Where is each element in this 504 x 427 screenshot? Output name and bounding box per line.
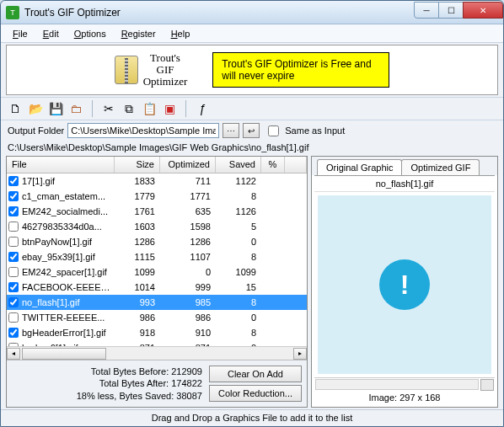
run-icon[interactable]: ƒ <box>195 101 210 116</box>
table-row[interactable]: bgHeaderError[1].gif9189108 <box>7 325 307 340</box>
statusbar: Drag and Drop a Graphics File to add it … <box>1 409 503 426</box>
logo-text-1: Trout's <box>143 52 188 64</box>
new-icon[interactable]: 🗋 <box>8 101 23 116</box>
row-checkbox[interactable] <box>8 297 19 307</box>
preview-tabs: Original Graphic Optimized GIF <box>312 157 497 175</box>
file-size: 1014 <box>115 282 160 292</box>
file-saved: 0 <box>216 237 261 247</box>
file-optimized: 1598 <box>160 222 216 232</box>
row-checkbox[interactable] <box>8 206 19 216</box>
row-checkbox[interactable] <box>8 237 19 247</box>
file-saved: 1099 <box>216 267 261 277</box>
tab-original[interactable]: Original Graphic <box>317 159 402 175</box>
row-checkbox[interactable] <box>8 176 19 186</box>
file-size: 1761 <box>115 206 160 216</box>
banner-message: Trout's GIF Optimizer is Free and will n… <box>212 52 389 88</box>
file-name: 46279835334d0a... <box>20 222 115 232</box>
file-saved: 1122 <box>216 176 261 186</box>
separator <box>185 100 186 117</box>
menu-options[interactable]: Options <box>67 27 113 40</box>
table-row[interactable]: badoo.6[1].gif8718710 <box>7 340 307 346</box>
row-checkbox[interactable] <box>8 222 19 232</box>
row-checkbox[interactable] <box>8 267 19 277</box>
table-row[interactable]: FACEBOOK-EEEEE...101499915 <box>7 280 307 295</box>
tab-optimized[interactable]: Optimized GIF <box>401 159 480 175</box>
preview-filename: no_flash[1].gif <box>314 176 495 192</box>
preview-image: ! <box>318 195 491 374</box>
col-saved[interactable]: Saved <box>216 157 261 173</box>
close-button[interactable]: ✕ <box>463 2 503 19</box>
row-checkbox[interactable] <box>8 312 19 323</box>
file-size: 1779 <box>115 191 160 201</box>
file-saved: 5 <box>216 222 261 232</box>
table-row[interactable]: c1_cman_estatem...177917718 <box>7 189 307 204</box>
table-row[interactable]: EM242_spacer[1].gif109901099 <box>7 264 307 280</box>
maximize-button[interactable]: ☐ <box>438 2 464 19</box>
save-icon[interactable]: 💾 <box>48 101 63 116</box>
row-checkbox[interactable] <box>8 191 19 201</box>
scroll-thumb[interactable] <box>22 348 106 360</box>
file-optimized: 910 <box>160 328 216 338</box>
file-optimized: 1286 <box>160 237 216 247</box>
table-row[interactable]: 46279835334d0a...160315985 <box>7 219 307 234</box>
col-optimized[interactable]: Optimized <box>160 157 216 173</box>
row-checkbox[interactable] <box>8 328 19 338</box>
col-percent[interactable]: % <box>261 157 285 173</box>
copy-icon[interactable]: ⧉ <box>121 101 137 116</box>
col-size[interactable]: Size <box>115 157 160 173</box>
table-row[interactable]: no_flash[1].gif9939858 <box>7 295 307 310</box>
file-saved: 8 <box>216 328 261 338</box>
file-name: btnPayNow[1].gif <box>20 237 115 247</box>
table-row[interactable]: ebay_95x39[1].gif111511078 <box>7 249 307 264</box>
table-row[interactable]: 17[1].gif18337111122 <box>7 173 307 189</box>
menu-file[interactable]: File <box>6 27 35 40</box>
horizontal-scrollbar[interactable]: ◂ ▸ <box>7 346 307 360</box>
scroll-left-icon[interactable]: ◂ <box>7 348 20 360</box>
file-optimized: 985 <box>160 297 216 307</box>
list-body[interactable]: 17[1].gif18337111122c1_cman_estatem...17… <box>7 173 307 346</box>
file-name: no_flash[1].gif <box>20 297 115 307</box>
current-file-path: C:\Users\Mike\Desktop\Sample Images\GIF … <box>1 141 503 156</box>
stat-before: Total Bytes Before: 212909 <box>12 366 202 377</box>
banner: Trout's GIF Optimizer Trout's GIF Optimi… <box>6 45 498 95</box>
file-size: 1603 <box>115 222 160 232</box>
file-optimized: 635 <box>160 206 216 216</box>
file-name: c1_cman_estatem... <box>20 191 115 201</box>
file-name: 17[1].gif <box>20 176 115 186</box>
stats-panel: Total Bytes Before: 212909 Total Bytes A… <box>7 360 307 407</box>
preview-pane: Original Graphic Optimized GIF no_flash[… <box>311 156 498 408</box>
menu-edit[interactable]: Edit <box>36 27 66 40</box>
file-name: FACEBOOK-EEEEE... <box>20 282 115 292</box>
clear-output-button[interactable]: ↩ <box>243 123 260 138</box>
stop-icon[interactable]: ▣ <box>162 101 177 116</box>
col-file[interactable]: File <box>7 157 115 173</box>
window-title: Trout's GIF Optimizer <box>24 7 415 19</box>
file-name: TWITTER-EEEEE... <box>20 312 115 323</box>
menu-register[interactable]: Register <box>115 27 163 40</box>
menu-help[interactable]: Help <box>164 27 197 40</box>
color-reduction-button[interactable]: Color Reduction... <box>209 385 302 402</box>
table-row[interactable]: EM242_socialmedi...17616351126 <box>7 204 307 219</box>
browse-button[interactable]: ⋯ <box>223 123 239 138</box>
list-header: File Size Optimized Saved % <box>7 157 307 173</box>
folder-out-icon[interactable]: 🗀 <box>68 101 83 116</box>
table-row[interactable]: TWITTER-EEEEE...9869860 <box>7 310 307 325</box>
same-as-input-checkbox[interactable] <box>268 125 279 136</box>
file-size: 1115 <box>115 252 160 262</box>
clear-on-add-button[interactable]: Clear On Add <box>209 366 302 382</box>
minimize-button[interactable]: ─ <box>414 2 439 19</box>
scroll-right-icon[interactable]: ▸ <box>293 348 307 360</box>
preview-scrollbar[interactable] <box>314 377 495 391</box>
file-size: 993 <box>115 297 160 307</box>
table-row[interactable]: btnPayNow[1].gif128612860 <box>7 234 307 249</box>
open-icon[interactable]: 📂 <box>28 101 43 116</box>
row-checkbox[interactable] <box>8 252 19 262</box>
row-checkbox[interactable] <box>8 282 19 292</box>
output-path-input[interactable] <box>67 123 219 138</box>
file-saved: 8 <box>216 252 261 262</box>
paste-icon[interactable]: 📋 <box>142 101 157 116</box>
file-optimized: 986 <box>160 312 216 323</box>
cut-icon[interactable]: ✂ <box>101 101 116 116</box>
toolbar: 🗋 📂 💾 🗀 ✂ ⧉ 📋 ▣ ƒ <box>1 97 503 120</box>
file-saved: 8 <box>216 191 261 201</box>
